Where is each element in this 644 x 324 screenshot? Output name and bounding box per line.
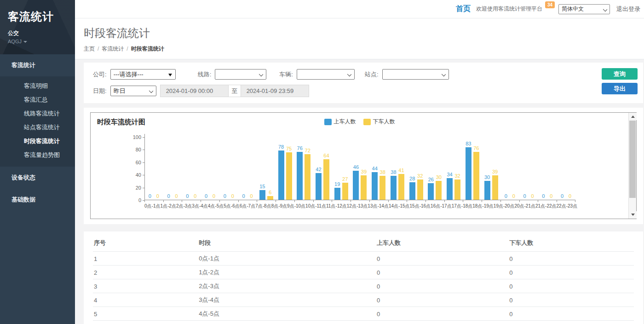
y-tick-label: 40 xyxy=(126,172,141,178)
x-tick-label: 16点-17点 xyxy=(431,203,452,209)
bar-value-label: 76 xyxy=(473,145,479,151)
bar-上车人数-11点-12点: 46 xyxy=(353,171,359,200)
query-button[interactable]: 查询 xyxy=(602,68,638,80)
chevron-down-icon xyxy=(259,72,263,76)
bar-group-1点-2点: 00 xyxy=(163,137,182,200)
bar-value-label: 0 xyxy=(550,193,552,199)
x-tick-label: 5点-6点 xyxy=(224,203,239,209)
bar-value-label: 15 xyxy=(259,184,265,189)
language-select[interactable]: 简体中文 xyxy=(558,4,610,14)
chart-scrollbar[interactable] xyxy=(628,113,636,219)
station-select[interactable] xyxy=(382,69,449,80)
bar-value-label: 0 xyxy=(531,193,534,199)
sidebar-item-客流量趋势图[interactable]: 客流量趋势图 xyxy=(0,148,75,162)
table-row: 54点-5点00 xyxy=(93,307,634,321)
x-tick-label: 6点-7点 xyxy=(240,203,255,209)
bar-value-label: 0 xyxy=(523,193,526,199)
bar-value-label: 39 xyxy=(492,169,498,174)
x-tick-label: 9点-10点 xyxy=(287,203,305,209)
bar-group-0点-1点: 00 xyxy=(144,137,163,200)
x-tick-label: 7点-8点 xyxy=(255,203,271,209)
y-tick-label: 100 xyxy=(126,134,141,140)
scrollbar-thumb[interactable] xyxy=(629,121,636,198)
y-tick-label: 0 xyxy=(126,197,141,203)
sidebar-group-passenger-stats[interactable]: 客流统计 xyxy=(0,54,75,76)
station-label: 站点: xyxy=(365,70,379,79)
bar-value-label: 19 xyxy=(334,181,340,187)
bar-value-label: 0 xyxy=(156,193,159,199)
scrollbar-down-button[interactable] xyxy=(629,211,637,219)
table-cell: 0 xyxy=(376,307,508,321)
table-cell: 0点-1点 xyxy=(198,252,376,266)
bar-value-label: 42 xyxy=(316,167,321,172)
sidebar-item-客流明细[interactable]: 客流明细 xyxy=(0,79,75,93)
bar-group-18点-19点: 3039 xyxy=(482,137,500,200)
vehicle-label: 车辆: xyxy=(279,70,293,79)
bar-group-2点-3点: 00 xyxy=(182,137,201,200)
bar-value-label: 34 xyxy=(447,172,452,177)
chevron-down-icon xyxy=(441,72,445,76)
x-tick-label: 12点-13点 xyxy=(347,203,368,209)
table-row: 43点-4点00 xyxy=(93,293,634,307)
table-cell: 2 xyxy=(93,266,198,279)
export-button[interactable]: 导出 xyxy=(602,83,638,94)
vehicle-select[interactable] xyxy=(297,69,355,80)
line-select[interactable] xyxy=(215,69,266,80)
legend-item-下车人数[interactable]: 下车人数 xyxy=(363,118,395,126)
bar-value-label: 64 xyxy=(323,153,329,158)
table-header-row: 序号时段上车人数下车人数 xyxy=(93,234,634,252)
legend-item-上车人数[interactable]: 上车人数 xyxy=(324,118,356,126)
x-tick-label: 22点-23点 xyxy=(557,203,578,209)
bar-下车人数-7点-8点: 75 xyxy=(286,152,292,200)
sidebar-item-基础数据[interactable]: 基础数据 xyxy=(0,189,75,211)
org-code-dropdown[interactable]: AQGJ xyxy=(8,39,75,44)
home-link[interactable]: 首页 xyxy=(456,4,471,14)
table-cell: 6 xyxy=(93,321,198,324)
bar-group-19点-20点: 00 xyxy=(500,137,519,200)
caret-down-icon xyxy=(23,41,27,43)
bar-value-label: 0 xyxy=(167,193,170,199)
x-tick-label: 21点-22点 xyxy=(535,203,557,209)
date-preset-value: 昨日 xyxy=(114,87,126,95)
x-tick-label: 11点-12点 xyxy=(326,203,347,209)
sidebar-item-时段客流统计[interactable]: 时段客流统计 xyxy=(0,134,75,148)
sidebar-item-客流汇总[interactable]: 客流汇总 xyxy=(0,93,75,107)
line-label: 线路: xyxy=(198,70,212,79)
sidebar-item-设备状态[interactable]: 设备状态 xyxy=(0,167,75,189)
notification-badge[interactable]: 34 xyxy=(545,1,555,8)
x-tick-label: 20点-21点 xyxy=(514,203,535,209)
logo-block: 客流统计 公交 AQGJ xyxy=(0,0,75,54)
breadcrumb-section[interactable]: 客流统计 xyxy=(102,46,124,52)
bar-value-label: 0 xyxy=(505,193,507,199)
sidebar-item-站点客流统计[interactable]: 站点客流统计 xyxy=(0,121,75,134)
bar-group-7点-8点: 7875 xyxy=(276,137,294,200)
scrollbar-up-button[interactable] xyxy=(629,113,637,120)
table-cell: 1 xyxy=(93,252,198,266)
table-row: 65点-6点00 xyxy=(93,321,634,324)
bar-下车人数-6点-7点: 6 xyxy=(267,196,273,200)
table-header-上车人数: 上车人数 xyxy=(376,234,508,252)
table-cell: 0 xyxy=(508,307,634,321)
bar-value-label: 0 xyxy=(224,193,226,199)
bar-上车人数-10点-11点: 19 xyxy=(334,188,340,200)
date-from-input[interactable]: 2024-01-09 00:00 xyxy=(160,85,229,97)
table-body: 10点-1点0021点-2点0032点-3点0043点-4点0054点-5点00… xyxy=(93,252,634,324)
sidebar-item-线路客流统计[interactable]: 线路客流统计 xyxy=(0,107,75,121)
table-cell: 1点-2点 xyxy=(198,266,376,279)
breadcrumb-home[interactable]: 主页 xyxy=(84,46,95,52)
logout-link[interactable]: 退出登录 xyxy=(616,5,640,13)
breadcrumb-current: 时段客流统计 xyxy=(131,46,164,52)
welcome-text: 欢迎使用客流统计管理平台 xyxy=(476,5,542,13)
table-cell: 5点-6点 xyxy=(198,321,376,324)
date-to-input[interactable]: 2024-01-09 23:59 xyxy=(241,85,309,97)
company-select[interactable]: ---请选择--- xyxy=(110,69,176,80)
x-tick-label: 3点-4点 xyxy=(192,203,207,209)
x-tick-label: 0点-1点 xyxy=(144,203,160,209)
date-preset-select[interactable]: 昨日 xyxy=(110,86,156,96)
x-tick-label: 1点-2点 xyxy=(160,203,176,209)
bar-上车人数-16点-17点: 34 xyxy=(447,178,453,200)
bar-下车人数-18点-19点: 39 xyxy=(492,175,498,200)
org-name: 公交 xyxy=(8,29,75,37)
table-cell: 5 xyxy=(93,307,198,321)
bar-value-label: 0 xyxy=(542,193,545,199)
